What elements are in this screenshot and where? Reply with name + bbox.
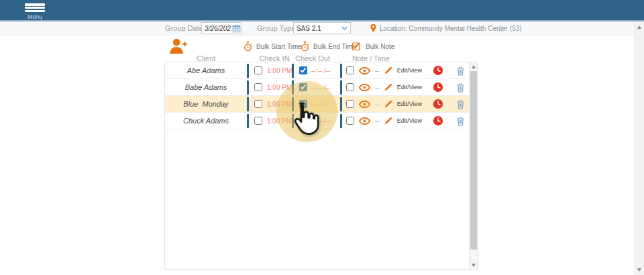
attendance-table: Abe Adams 1:00 PM --:-- /-- -- Edit/View <box>164 62 478 270</box>
edit-view-link[interactable]: Edit/View <box>397 117 422 124</box>
group-date-input[interactable] <box>202 25 231 32</box>
edit-view-link[interactable]: Edit/View <box>397 67 422 74</box>
note-time-value: -- <box>375 101 380 108</box>
check-in-checkbox[interactable] <box>254 100 262 108</box>
table-scrollbar-thumb[interactable] <box>470 71 477 250</box>
check-in-time: 1:00 PM <box>267 67 292 74</box>
top-navbar: Menu <box>0 0 644 21</box>
trash-icon[interactable] <box>456 82 465 93</box>
eye-icon[interactable] <box>359 101 370 108</box>
group-type-select[interactable]: SAS 2.1 <box>293 22 351 34</box>
person-plus-icon <box>168 38 189 55</box>
group-date-label: Group Date: <box>165 24 205 32</box>
red-clock-icon[interactable] <box>433 115 443 126</box>
location-indicator: Location: Community Mental Health Center… <box>370 23 522 33</box>
group-type-value: SAS 2.1 <box>297 25 321 32</box>
bulk-end-time-label: Bulk End Time <box>313 43 356 50</box>
bulk-start-time-button[interactable]: Bulk Start Time <box>243 41 302 52</box>
table-row-babe-adams: Babe Adams 1:00 PM --:-- /-- -- Edit/Vie… <box>165 79 478 96</box>
group-type-label: Group Type: <box>257 24 297 32</box>
check-out-time: --:-- /-- <box>311 101 330 108</box>
bulk-start-time-label: Bulk Start Time <box>256 43 302 50</box>
check-out-checkbox[interactable] <box>299 100 307 108</box>
location-text: Location: Community Mental Health Center… <box>380 25 522 32</box>
check-out-time: --:-- /-- <box>311 67 330 74</box>
table-row-abe-adams: Abe Adams 1:00 PM --:-- /-- -- Edit/View <box>165 62 478 79</box>
edit-view-link[interactable]: Edit/View <box>397 101 422 107</box>
pencil-icon[interactable] <box>384 83 392 91</box>
note-checkbox[interactable] <box>346 117 354 125</box>
calendar-icon[interactable] <box>231 23 241 34</box>
page-scroll-down-arrow[interactable] <box>635 266 643 274</box>
check-out-checkbox[interactable] <box>299 117 307 125</box>
stopwatch-icon <box>300 41 310 52</box>
note-time-value: -- <box>375 84 380 91</box>
client-name: Abe Adams <box>165 66 247 74</box>
trash-icon[interactable] <box>456 116 465 126</box>
red-clock-icon[interactable] <box>433 65 443 76</box>
eye-icon[interactable] <box>359 84 370 91</box>
group-toolbar: Group Date: Group Type: SAS 2.1 Location… <box>0 21 634 36</box>
menu-button[interactable]: Menu <box>23 2 47 20</box>
page-scrollbar[interactable] <box>634 21 644 275</box>
eye-icon[interactable] <box>359 117 370 125</box>
red-clock-icon[interactable] <box>433 82 443 93</box>
table-row-blue-monday: Blue Monday 1:00 PM --:-- /-- -- Edit/Vi… <box>165 96 478 113</box>
table-scrollbar[interactable] <box>469 62 478 269</box>
trash-icon[interactable] <box>456 66 465 76</box>
table-row-chuck-adams: Chuck Adams 1:00 PM --:-- /-- -- Edit/Vi… <box>165 113 478 129</box>
check-out-checkbox[interactable] <box>299 83 307 91</box>
edit-view-link[interactable]: Edit/View <box>397 84 422 91</box>
bulk-note-button[interactable]: Bulk Note <box>352 41 394 52</box>
pencil-icon[interactable] <box>384 66 392 74</box>
client-name: Blue Monday <box>165 100 247 108</box>
pencil-icon[interactable] <box>384 100 392 108</box>
check-out-time: --:-- /-- <box>311 84 330 91</box>
stopwatch-icon <box>243 41 253 52</box>
scroll-up-arrow[interactable] <box>470 62 478 70</box>
hamburger-icon <box>25 3 45 12</box>
trash-icon[interactable] <box>456 99 465 109</box>
note-time-value: -- <box>375 117 380 125</box>
check-in-time: 1:00 PM <box>267 101 292 108</box>
client-name: Babe Adams <box>165 83 247 91</box>
page-scroll-up-arrow[interactable] <box>635 23 643 31</box>
note-checkbox[interactable] <box>346 100 354 108</box>
pencil-icon[interactable] <box>384 117 392 125</box>
menu-button-label: Menu <box>28 13 42 20</box>
bulk-note-label: Bulk Note <box>366 43 394 50</box>
check-in-checkbox[interactable] <box>254 66 262 74</box>
group-date-field <box>201 22 241 34</box>
check-in-checkbox[interactable] <box>254 117 262 125</box>
eye-icon[interactable] <box>359 67 370 74</box>
client-name: Chuck Adams <box>165 117 247 125</box>
note-checkbox[interactable] <box>346 66 354 74</box>
scroll-down-arrow[interactable] <box>470 261 478 269</box>
check-in-checkbox[interactable] <box>254 83 262 91</box>
note-pencil-icon <box>352 41 362 52</box>
check-out-time: --:-- /-- <box>311 117 330 125</box>
bulk-end-time-button[interactable]: Bulk End Time <box>300 41 356 52</box>
check-in-time: 1:00 PM <box>267 84 292 91</box>
map-pin-icon <box>370 23 377 33</box>
check-out-checkbox[interactable] <box>299 66 307 74</box>
red-clock-icon[interactable] <box>433 99 443 109</box>
note-checkbox[interactable] <box>346 83 354 91</box>
chevron-down-icon <box>341 26 347 30</box>
check-in-time: 1:00 PM <box>267 117 292 125</box>
note-time-value: -- <box>375 67 380 74</box>
